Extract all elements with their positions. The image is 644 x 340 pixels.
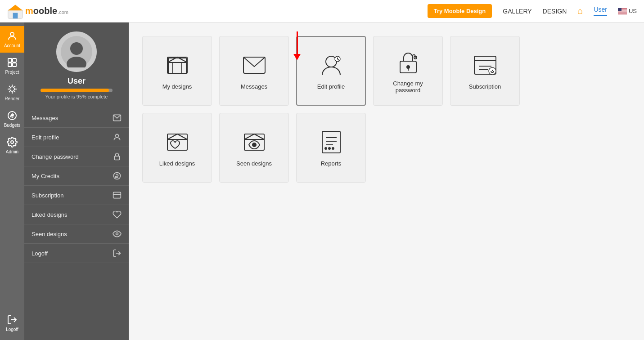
sidebar-wide: User Your profile is 95% complete Messag… [24, 22, 129, 340]
svg-rect-7 [618, 11, 627, 12]
menu-liked-designs[interactable]: Liked designs [24, 205, 129, 224]
sidebar-render-label: Render [5, 96, 20, 101]
sidebar-item-logoff-icon[interactable]: Logoff [0, 310, 24, 336]
svg-point-29 [70, 42, 83, 55]
logo[interactable]: mooble .com [7, 3, 68, 19]
grid-item-subscription[interactable]: Subscription [450, 36, 520, 106]
eye-icon [113, 229, 122, 238]
svg-marker-1 [8, 4, 23, 10]
nav-user[interactable]: User [594, 6, 607, 16]
svg-line-23 [9, 91, 10, 92]
menu-my-credits[interactable]: My Credits [24, 166, 129, 186]
svg-line-24 [14, 86, 15, 87]
nav-gallery[interactable]: GALLERY [503, 8, 531, 15]
subscription-label: Subscription [469, 83, 501, 90]
menu-change-password[interactable]: Change password [24, 147, 129, 166]
grid-item-my-designs[interactable]: My designs [142, 36, 212, 106]
sidebar-item-admin[interactable]: Admin [0, 132, 24, 159]
sidebar-icons: Account Project [0, 22, 24, 340]
change-password-label: Change my password [381, 80, 435, 94]
logo-com: .com [58, 9, 68, 15]
subscription-icon [113, 191, 122, 200]
sidebar-item-account[interactable]: Account [0, 26, 24, 53]
svg-rect-61 [244, 134, 264, 150]
grid-item-messages[interactable]: Messages [219, 36, 289, 106]
subscription-icon [472, 52, 499, 79]
grid-item-change-password[interactable]: Change my password [373, 36, 443, 106]
menu-edit-profile[interactable]: Edit profile [24, 128, 129, 147]
menu-liked-designs-label: Liked designs [32, 211, 68, 218]
logo-icon [7, 3, 23, 19]
home-icon[interactable]: ⌂ [577, 6, 583, 16]
logoff-menu-icon [113, 249, 122, 258]
menu-seen-designs[interactable]: Seen designs [24, 224, 129, 244]
svg-rect-9 [618, 13, 627, 13]
arrow-shaft [297, 31, 298, 54]
svg-point-69 [329, 148, 330, 149]
logoff-icon [7, 314, 18, 325]
svg-line-22 [14, 91, 15, 92]
change-password-icon [395, 49, 422, 76]
menu-logoff[interactable]: Logoff [24, 244, 129, 263]
user-name: User [68, 76, 86, 86]
profile-complete-text: Your profile is 95% complete [45, 94, 108, 99]
svg-point-37 [116, 233, 118, 235]
project-icon [7, 57, 18, 68]
logo-text: mooble [25, 6, 57, 16]
menu-subscription-label: Subscription [32, 192, 64, 199]
try-mooble-button[interactable]: Try Mooble Design [428, 4, 492, 18]
arrow-head [293, 54, 301, 60]
heart-icon [113, 210, 122, 219]
nav-design[interactable]: DESIGN [543, 8, 567, 15]
svg-marker-62 [244, 134, 264, 139]
menu-messages[interactable]: Messages [24, 108, 129, 128]
grid-item-reports[interactable]: Reports [296, 113, 366, 183]
main-layout: Account Project [0, 22, 644, 340]
messages-icon [241, 52, 268, 79]
flag-label: US [629, 8, 637, 14]
svg-rect-14 [8, 63, 12, 67]
menu-subscription[interactable]: Subscription [24, 186, 129, 205]
admin-icon [7, 137, 18, 148]
svg-rect-13 [13, 58, 16, 62]
svg-rect-15 [13, 63, 16, 67]
reports-label: Reports [321, 160, 342, 167]
reports-icon [318, 129, 345, 156]
svg-rect-35 [113, 192, 121, 198]
sidebar-item-budgets[interactable]: Budgets [0, 106, 24, 132]
svg-point-32 [116, 134, 119, 137]
account-icon [7, 31, 18, 41]
svg-rect-8 [618, 12, 627, 13]
seen-designs-label: Seen designs [236, 160, 272, 167]
seen-designs-icon [241, 129, 268, 156]
svg-point-68 [325, 148, 327, 149]
menu-change-password-label: Change password [32, 153, 79, 160]
svg-rect-64 [322, 131, 340, 153]
render-icon [7, 84, 18, 94]
grid-item-seen-designs[interactable]: Seen designs [219, 113, 289, 183]
my-designs-label: My designs [162, 83, 192, 90]
avatar [56, 31, 97, 72]
sidebar-item-render[interactable]: Render [0, 79, 24, 106]
liked-designs-icon [164, 129, 191, 156]
svg-point-26 [11, 141, 14, 143]
budgets-icon [7, 110, 18, 121]
messages-label: Messages [241, 83, 267, 90]
flag-us: US [618, 8, 637, 14]
my-designs-icon [164, 52, 191, 79]
svg-point-50 [407, 66, 410, 68]
grid-item-edit-profile[interactable]: Edit profile [296, 36, 366, 106]
top-nav: mooble .com Try Mooble Design GALLERY DE… [0, 0, 644, 22]
svg-point-16 [10, 87, 14, 91]
user-icon [113, 133, 122, 142]
credits-icon [113, 171, 122, 180]
svg-rect-12 [8, 58, 12, 62]
profile-progress-bar [41, 89, 113, 92]
svg-point-11 [10, 32, 14, 36]
svg-rect-39 [167, 57, 187, 73]
sidebar-project-label: Project [5, 70, 19, 75]
sidebar-item-project[interactable]: Project [0, 53, 24, 79]
grid-item-liked-designs[interactable]: Liked designs [142, 113, 212, 183]
svg-rect-2 [13, 13, 18, 18]
svg-rect-33 [114, 156, 120, 160]
